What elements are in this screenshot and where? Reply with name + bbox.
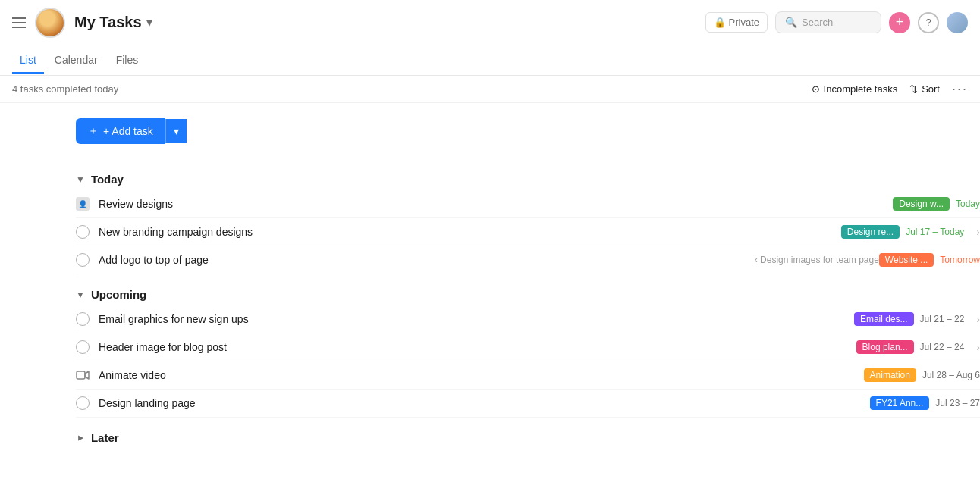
task-detail-arrow-icon: ›	[976, 341, 980, 353]
task-tag: Website ...	[879, 253, 934, 267]
filter-icon: ⊙	[812, 83, 820, 95]
section-title-today: Today	[91, 173, 124, 186]
section-header-upcoming[interactable]: ▼ Upcoming	[76, 280, 980, 305]
more-options-button[interactable]: ···	[952, 81, 968, 97]
task-detail-arrow-icon: ›	[976, 226, 980, 238]
help-button[interactable]: ?	[918, 12, 939, 33]
task-date: Jul 28 – Aug 6	[922, 370, 980, 380]
incomplete-tasks-filter[interactable]: ⊙ Incomplete tasks	[812, 83, 898, 95]
add-task-label: + Add task	[103, 125, 153, 137]
table-row[interactable]: Add logo to top of page ‹ Design images …	[76, 246, 980, 274]
task-icon-person: 👤	[76, 197, 90, 211]
main-content: ＋ + Add task ▾ ▼ Today 👤 Review designs …	[0, 103, 980, 479]
task-checkbox[interactable]	[76, 340, 90, 354]
filter-label: Incomplete tasks	[824, 83, 898, 95]
section-title-later: Later	[91, 431, 119, 444]
task-meta: Blog plan... Jul 22 – 24 ›	[856, 340, 980, 354]
task-name: Add logo to top of page	[99, 254, 749, 266]
section-today: ▼ Today 👤 Review designs Design w... Tod…	[76, 165, 980, 274]
task-name: Design landing page	[99, 397, 870, 409]
task-date: Jul 22 – 24	[920, 342, 965, 352]
task-name: Email graphics for new sign ups	[99, 313, 854, 325]
add-member-button[interactable]: +	[889, 12, 910, 33]
status-right-controls: ⊙ Incomplete tasks ⇅ Sort ···	[812, 81, 968, 97]
task-tag: Animation	[864, 368, 916, 382]
task-name: Header image for blog post	[99, 341, 856, 353]
lock-icon: 🔒	[714, 17, 726, 28]
add-task-main-button[interactable]: ＋ + Add task	[76, 118, 165, 144]
task-checkbox[interactable]	[76, 253, 90, 267]
tab-list[interactable]: List	[12, 48, 44, 74]
section-header-later[interactable]: ▼ Later	[76, 424, 980, 449]
task-meta: Design w... Today	[893, 197, 980, 211]
task-tag: Design re...	[841, 225, 900, 239]
section-collapse-icon: ▼	[75, 433, 86, 443]
add-task-row: ＋ + Add task ▾	[76, 103, 980, 159]
task-checkbox[interactable]	[76, 396, 90, 410]
section-upcoming: ▼ Upcoming Email graphics for new sign u…	[76, 280, 980, 418]
sort-label: Sort	[922, 83, 940, 95]
private-label: Private	[729, 17, 759, 28]
private-badge[interactable]: 🔒 Private	[705, 12, 768, 33]
title-chevron-icon[interactable]: ▾	[146, 15, 152, 30]
section-collapse-icon: ▼	[76, 289, 85, 300]
search-icon: 🔍	[785, 17, 797, 28]
page-title: My Tasks	[74, 14, 142, 31]
section-collapse-icon: ▼	[76, 174, 85, 185]
add-task-button-group: ＋ + Add task ▾	[76, 118, 980, 144]
user-avatar-large[interactable]	[35, 8, 65, 38]
menu-icon[interactable]	[12, 17, 26, 28]
task-checkbox[interactable]	[76, 312, 90, 326]
table-row[interactable]: Email graphics for new sign ups Email de…	[76, 305, 980, 333]
task-date: Jul 21 – 22	[920, 314, 965, 324]
table-row[interactable]: 👤 Review designs Design w... Today	[76, 190, 980, 218]
section-header-today[interactable]: ▼ Today	[76, 165, 980, 190]
search-placeholder: Search	[802, 17, 833, 28]
sort-button[interactable]: ⇅ Sort	[909, 83, 940, 95]
sub-nav: List Calendar Files	[0, 45, 980, 76]
task-tag: FY21 Ann...	[870, 396, 930, 410]
section-title-upcoming: Upcoming	[91, 288, 146, 301]
table-row[interactable]: Header image for blog post Blog plan... …	[76, 333, 980, 361]
sort-icon: ⇅	[909, 83, 918, 95]
search-box[interactable]: 🔍 Search	[775, 11, 881, 33]
task-date: Jul 23 – 27	[935, 398, 980, 408]
section-later: ▼ Later	[76, 424, 980, 449]
task-icon-video	[76, 368, 90, 382]
status-bar: 4 tasks completed today ⊙ Incomplete tas…	[0, 76, 980, 103]
table-row[interactable]: New branding campaign designs Design re.…	[76, 218, 980, 246]
add-task-dropdown-button[interactable]: ▾	[165, 119, 187, 143]
task-date: Jul 17 – Today	[906, 227, 964, 237]
tasks-completed-label: 4 tasks completed today	[12, 83, 118, 95]
title-area: My Tasks ▾	[74, 14, 152, 31]
tab-files[interactable]: Files	[108, 48, 146, 74]
task-name: Review designs	[99, 198, 893, 210]
task-sub-text: ‹ Design images for team page	[755, 255, 879, 265]
task-meta: Email des... Jul 21 – 22 ›	[854, 312, 980, 326]
plus-icon: ＋	[88, 124, 99, 138]
task-meta: Design re... Jul 17 – Today ›	[841, 225, 980, 239]
task-meta: FY21 Ann... Jul 23 – 27	[870, 396, 980, 410]
task-tag: Design w...	[893, 197, 950, 211]
header-right: 🔒 Private 🔍 Search + ?	[705, 11, 968, 33]
header-left: My Tasks ▾	[12, 8, 152, 38]
tab-calendar[interactable]: Calendar	[47, 48, 105, 74]
main-header: My Tasks ▾ 🔒 Private 🔍 Search + ?	[0, 0, 980, 45]
task-date: Tomorrow	[940, 255, 980, 265]
task-checkbox[interactable]	[76, 225, 90, 239]
svg-rect-0	[77, 371, 85, 379]
task-name: New branding campaign designs	[99, 226, 841, 238]
task-meta: Website ... Tomorrow	[879, 253, 980, 267]
user-avatar-small[interactable]	[947, 12, 968, 33]
task-detail-arrow-icon: ›	[976, 313, 980, 325]
task-tag: Email des...	[854, 312, 914, 326]
task-name: Animate video	[99, 369, 864, 381]
task-tag: Blog plan...	[856, 340, 914, 354]
task-meta: Animation Jul 28 – Aug 6	[864, 368, 980, 382]
table-row[interactable]: Design landing page FY21 Ann... Jul 23 –…	[76, 390, 980, 418]
task-date: Today	[956, 199, 980, 209]
table-row[interactable]: Animate video Animation Jul 28 – Aug 6	[76, 361, 980, 390]
